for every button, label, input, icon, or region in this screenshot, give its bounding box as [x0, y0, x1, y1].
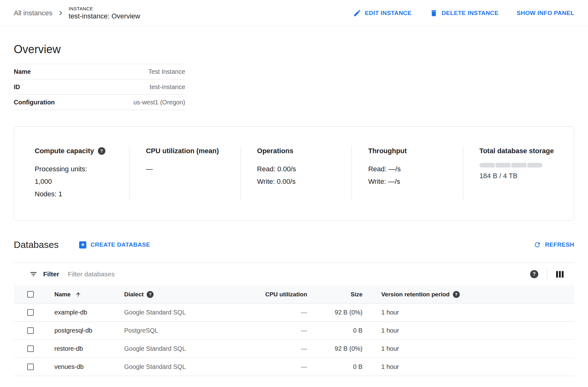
databases-heading: Databases [14, 239, 58, 250]
column-label: Size [351, 291, 362, 298]
metric-cpu-utilization: CPU utilization (mean) — [129, 147, 240, 200]
row-cell-checkbox [14, 327, 54, 334]
filter-databases-input[interactable] [68, 270, 530, 278]
pencil-icon [353, 9, 361, 17]
breadcrumb-all-instances[interactable]: All instances [14, 9, 53, 17]
help-icon[interactable]: ? [98, 147, 105, 155]
header-cell-cpu-utilization: CPU utilization [225, 291, 307, 298]
database-dialect: Google Standard SQL [124, 363, 225, 370]
metric-total-database-storage: Total database storage 184 B / 4 TB [463, 147, 574, 200]
metric-compute-capacity: Compute capacity ? Processing units: 1,0… [14, 147, 129, 200]
storage-bar-segment [479, 163, 494, 168]
metric-value: Write: 0.00/s [257, 175, 339, 188]
database-dialect: PostgreSQL [124, 327, 225, 334]
column-label: Name [54, 291, 71, 298]
header-cell-version-retention-period: Version retention period ? [362, 291, 574, 298]
create-database-label: CREATE DATABASE [90, 241, 150, 248]
database-name-link[interactable]: restore-db [54, 345, 124, 352]
database-retention-period: 1 hour [362, 327, 574, 334]
instance-details-table: Name Test Instance ID test-instance Conf… [14, 64, 185, 110]
chevron-right-icon [56, 9, 65, 18]
edit-instance-button[interactable]: EDIT INSTANCE [353, 9, 412, 17]
help-icon[interactable]: ? [453, 291, 460, 298]
metric-throughput: Throughput Read: —/s Write: —/s [352, 147, 463, 200]
detail-value: test-instance [150, 83, 185, 91]
breadcrumb-current: INSTANCE test-instance: Overview [69, 6, 140, 20]
storage-usage-text: 184 B / 4 TB [479, 172, 561, 180]
database-size: 92 B (0%) [307, 345, 362, 352]
row-checkbox[interactable] [27, 364, 34, 370]
vertical-divider [547, 269, 547, 280]
header-cell-dialect: Dialect ? [124, 291, 225, 298]
database-retention-period: 1 hour [362, 309, 574, 316]
metric-value: Read: 0.00/s [257, 163, 339, 175]
metrics-card: Compute capacity ? Processing units: 1,0… [14, 126, 574, 221]
detail-row-configuration: Configuration us-west1 (Oregon) [14, 95, 185, 110]
database-cpu-utilization: — [225, 363, 307, 370]
header-cell-size: Size [307, 291, 362, 298]
overview-heading: Overview [14, 43, 574, 56]
breadcrumb: All instances INSTANCE test-instance: Ov… [14, 6, 140, 20]
create-database-button[interactable]: + CREATE DATABASE [79, 241, 150, 249]
storage-bar-segment [511, 163, 526, 168]
row-cell-checkbox [14, 345, 54, 352]
metric-operations: Operations Read: 0.00/s Write: 0.00/s [241, 147, 352, 200]
metric-value: Read: —/s [368, 163, 450, 175]
detail-label: ID [14, 83, 20, 91]
topbar: All instances INSTANCE test-instance: Ov… [0, 0, 588, 26]
refresh-label: REFRESH [545, 241, 574, 248]
database-name-link[interactable]: postgresql-db [54, 327, 124, 334]
metric-value: Processing units: [35, 163, 117, 175]
header-cell-name[interactable]: Name [54, 291, 124, 298]
storage-usage-bar [479, 163, 561, 168]
header-actions: EDIT INSTANCE DELETE INSTANCE SHOW INFO … [353, 9, 574, 17]
metric-value: 1,000 [35, 175, 117, 188]
databases-table: Filter ? Name Dialect ? CPU utilization [14, 263, 574, 376]
detail-value: us-west1 (Oregon) [133, 99, 185, 106]
metric-title: Operations [257, 147, 339, 155]
database-dialect: Google Standard SQL [124, 309, 225, 316]
plus-icon: + [79, 241, 86, 249]
main-content: Overview Name Test Instance ID test-inst… [0, 43, 588, 376]
column-label: Version retention period [381, 291, 450, 298]
metric-value: — [146, 163, 228, 175]
entity-type-label: INSTANCE [69, 6, 140, 11]
row-checkbox[interactable] [27, 309, 34, 316]
select-all-checkbox[interactable] [27, 291, 34, 298]
row-checkbox[interactable] [27, 327, 34, 334]
metric-title: Compute capacity ? [35, 147, 117, 155]
help-icon[interactable]: ? [530, 270, 538, 278]
row-cell-checkbox [14, 309, 54, 316]
database-cpu-utilization: — [225, 309, 307, 316]
database-name-link[interactable]: example-db [54, 309, 124, 316]
filter-bar: Filter ? [14, 263, 574, 285]
metric-value: Nodes: 1 [35, 188, 117, 200]
edit-instance-label: EDIT INSTANCE [365, 10, 412, 17]
refresh-button[interactable]: REFRESH [534, 241, 574, 249]
database-size: 0 B [307, 363, 362, 370]
row-checkbox[interactable] [27, 345, 34, 352]
database-dialect: Google Standard SQL [124, 345, 225, 352]
detail-row-name: Name Test Instance [14, 64, 185, 79]
help-icon[interactable]: ? [147, 291, 154, 298]
row-cell-checkbox [14, 364, 54, 370]
table-row: restore-db Google Standard SQL — 92 B (0… [14, 340, 574, 358]
metric-title-text: CPU utilization (mean) [146, 147, 219, 155]
column-display-options-icon[interactable] [556, 271, 565, 278]
database-cpu-utilization: — [225, 345, 307, 352]
show-info-panel-label: SHOW INFO PANEL [517, 10, 574, 17]
table-header-row: Name Dialect ? CPU utilization Size Vers… [14, 285, 574, 304]
databases-section-header: Databases + CREATE DATABASE REFRESH [14, 239, 574, 250]
metric-title: CPU utilization (mean) [146, 147, 228, 155]
trash-icon [430, 9, 438, 17]
page-title: test-instance: Overview [69, 12, 140, 20]
database-name-link[interactable]: venues-db [54, 363, 124, 370]
metric-title: Throughput [368, 147, 450, 155]
delete-instance-button[interactable]: DELETE INSTANCE [430, 9, 499, 17]
storage-bar-segment [495, 163, 510, 168]
metric-title: Total database storage [479, 147, 561, 155]
storage-bar-segment [527, 163, 542, 168]
filter-label: Filter [43, 270, 59, 278]
show-info-panel-button[interactable]: SHOW INFO PANEL [517, 10, 574, 17]
sort-ascending-icon[interactable] [75, 291, 81, 298]
